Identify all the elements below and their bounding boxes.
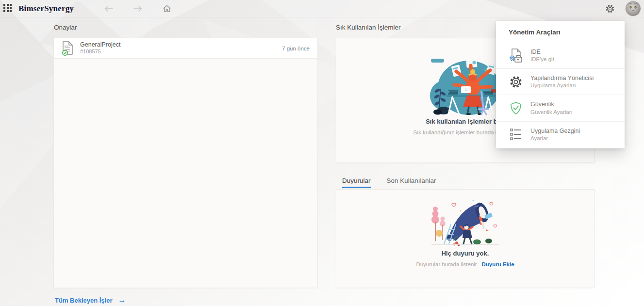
menu-item-security[interactable]: Güvenlik Güvenlik Ayarları: [496, 95, 625, 121]
tab-recently-used[interactable]: Son Kullanılanlar: [387, 177, 436, 188]
favorites-title: Sık Kullanılan İşlemler: [336, 24, 401, 31]
ide-document-gear-icon: [509, 48, 523, 63]
menu-item-sublabel: IDE'ye git: [530, 56, 554, 63]
menu-item-label: Uygulama Gezgini: [530, 127, 580, 135]
approval-item-time: 7 gün önce: [282, 46, 310, 51]
menu-item-label: Güvenlik: [530, 100, 573, 108]
tab-announcements[interactable]: Duyurular: [342, 177, 371, 188]
announcements-empty-illustration: [427, 196, 504, 249]
announcements-empty-text: Duyurular burada listenir.: [416, 261, 478, 267]
menu-item-ide[interactable]: IDE IDE'ye git: [496, 43, 625, 68]
menu-item-sublabel: Ayarlar: [530, 135, 580, 142]
approval-list-item[interactable]: GeneralProject #108575 7 gün önce: [54, 38, 317, 59]
announcements-panel: Hiç duyuru yok. Duyurular burada listeni…: [336, 189, 594, 288]
top-bar: BimserSynergy: [0, 0, 644, 17]
approvals-panel: GeneralProject #108575 7 gün önce: [53, 38, 318, 288]
menu-item-application-explorer[interactable]: Uygulama Gezgini Ayarlar: [496, 121, 625, 147]
add-announcement-link[interactable]: Duyuru Ekle: [481, 261, 514, 267]
menu-item-label: IDE: [530, 48, 554, 56]
approvals-title: Onaylar: [54, 24, 77, 31]
menu-item-label: Yapılandırma Yöneticisi: [530, 74, 594, 82]
settings-gear-icon[interactable]: [604, 3, 616, 15]
menu-item-configuration-manager[interactable]: Yapılandırma Yöneticisi Uygulama Ayarlar…: [496, 68, 625, 95]
shield-check-icon: [509, 101, 523, 115]
home-icon[interactable]: [161, 3, 173, 15]
favorites-empty-title: Sık kullanılan işlemler boş: [426, 118, 505, 125]
document-check-icon: [62, 41, 74, 56]
approval-item-name: GeneralProject: [80, 41, 120, 49]
approval-item-number: #108575: [80, 48, 120, 55]
back-icon[interactable]: [103, 3, 115, 15]
menu-item-sublabel: Uygulama Ayarları: [530, 82, 594, 89]
view-all-pending-link[interactable]: Tüm Bekleyen İşler →: [55, 296, 126, 304]
view-all-pending-label: Tüm Bekleyen İşler: [55, 297, 113, 304]
admin-tools-title: Yönetim Araçları: [496, 21, 625, 43]
right-panel-tabs: Duyurular Son Kullanılanlar: [342, 177, 436, 188]
gear-icon: [509, 75, 523, 89]
forward-icon[interactable]: [132, 3, 144, 15]
list-icon: [509, 127, 523, 142]
announcements-empty-subtitle: Duyurular burada listenir. Duyuru Ekle: [416, 261, 514, 267]
announcements-empty-title: Hiç duyuru yok.: [442, 250, 489, 257]
menu-item-sublabel: Güvenlik Ayarları: [530, 109, 573, 116]
app-logo[interactable]: BimserSynergy: [18, 4, 74, 14]
arrow-right-icon: →: [118, 296, 126, 304]
admin-tools-dropdown: Yönetim Araçları IDE IDE'ye git: [496, 21, 625, 148]
user-avatar[interactable]: [626, 1, 641, 16]
app-launcher-icon[interactable]: [3, 4, 13, 14]
